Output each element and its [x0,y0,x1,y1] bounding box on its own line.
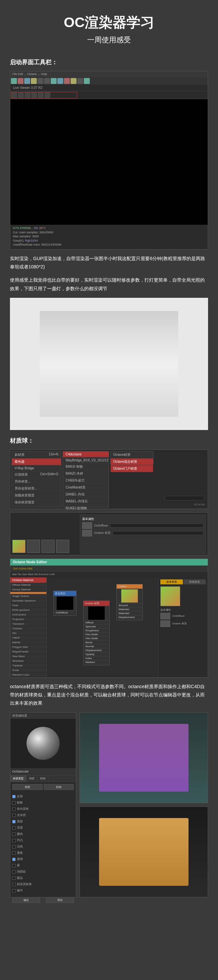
menu-item[interactable]: BANJI-智能 [63,463,109,470]
menu-item[interactable]: DANEL-丹倪 [63,491,109,498]
sidebar-item[interactable]: Noise [10,668,46,673]
menu-item[interactable]: Octane材质 [111,452,153,458]
menu-item[interactable]: CHEEN-新艺 [63,477,109,484]
checkbox[interactable] [12,826,16,830]
node-canvas[interactable]: 多边形区 OctDiffuse Octane 材质 Diffuse Specul… [47,578,158,676]
menu-item[interactable]: 保存材质预置 [12,499,61,506]
channel-label[interactable]: 透射 [17,819,23,824]
node-port[interactable]: Bump [85,640,108,644]
channel-label[interactable]: 材质层标签 [17,882,32,886]
node-port[interactable]: Amount [118,603,141,607]
channel-label[interactable]: 反射 [17,794,23,799]
tab[interactable]: 着色材质 [184,579,206,584]
channel-label[interactable]: 凹凸 [17,838,23,843]
checkbox[interactable] [12,858,16,861]
checkbox[interactable] [12,814,16,817]
checkbox[interactable] [12,807,16,811]
menu-item[interactable]: 新材质Ctrl+N [12,452,61,458]
c4d-toolbar[interactable] [10,77,208,84]
sidebar-item[interactable]: Saw Wave [10,654,46,659]
node-port[interactable]: Film Width [85,632,108,636]
node-port[interactable]: Opacity [85,652,108,656]
sidebar-item[interactable]: Checker [10,626,46,631]
checkbox[interactable] [12,851,16,855]
material-thumb-mix[interactable] [12,540,26,553]
toolbar-icon[interactable] [71,78,77,84]
toolbar-icon[interactable] [51,78,57,84]
sidebar-item[interactable]: Sinewave [10,659,46,663]
value-bar[interactable] [110,523,204,528]
value-bar[interactable] [113,531,204,535]
menu-item[interactable]: MABEL-丹理石 [63,498,109,505]
checkbox[interactable] [12,801,16,805]
material-thumb[interactable] [42,540,54,553]
material-thumbnails[interactable] [12,540,69,553]
checkbox[interactable] [12,833,16,836]
timeline-slider[interactable] [165,496,204,500]
btn[interactable]: 精度 [12,784,43,790]
toolbar-icon[interactable] [24,78,30,84]
channel-label[interactable]: 法线 [17,845,23,849]
toolbar-icon[interactable] [84,78,90,84]
checkbox[interactable] [12,864,16,867]
sidebar-item[interactable]: Dirt [10,631,46,636]
menu-item[interactable]: V-Ray Bridge [12,465,61,471]
menu-item[interactable]: 出现材质Ctrl+Shift+O [12,471,61,478]
sidebar-item[interactable]: Marble [10,640,46,645]
node-port[interactable]: Normal [85,644,108,648]
channel-label[interactable]: 透明 [17,857,23,861]
channel-label[interactable]: 雾 [17,863,20,868]
node-polygon[interactable]: 多边形区 OctDiffuse [53,591,77,616]
menu-item[interactable]: WayBridge_R18_V3_161212 [63,457,109,463]
toolbar-icon[interactable] [18,78,24,84]
c4d-menubar[interactable]: File Edit ... Octane ... Help [10,72,208,77]
channel-label[interactable]: 各向异性 [17,807,29,811]
toolbar-icon[interactable] [64,78,70,84]
menu-item-c4doctane[interactable]: C4doctane [63,452,109,457]
node-octane-material[interactable]: Octane 材质 Diffuse Specular Roughness Fil… [83,601,110,665]
live-viewer-viewport[interactable] [10,99,208,225]
node-port[interactable]: Material2 [118,611,141,615]
sidebar-item[interactable]: RdgedFractal [10,649,46,654]
material-name[interactable]: OctSpecular [10,768,76,775]
node-port[interactable]: Medium [85,660,108,664]
node-sidebar[interactable]: Octane Material Diffuse Material Glossy … [10,578,47,676]
sidebar-item[interactable]: Projection [10,617,46,622]
swatch[interactable] [160,613,170,619]
menu-item-shader[interactable]: 着色器 [12,458,61,465]
sidebar-item[interactable]: Float [10,603,46,608]
node-port[interactable]: OctDiffuse [54,611,75,614]
channel-label[interactable]: 圆边 [17,876,23,880]
menu-item[interactable]: 另存材质... [12,478,61,485]
channel-label[interactable]: 宽度 [17,826,23,830]
sidebar-item[interactable]: Polygon Side [10,645,46,649]
checkbox[interactable] [12,820,16,823]
swatch[interactable] [160,620,170,627]
material-sphere-preview[interactable] [10,719,76,768]
menu-item[interactable]: BANZI-木材 [63,470,109,477]
toolbar-icon[interactable] [37,78,43,84]
sidebar-item[interactable]: Image Texture [10,594,46,598]
channel-label[interactable]: 伪阴影 [17,870,26,874]
menu-item[interactable]: 加载材质预置 [12,492,61,499]
channel-label[interactable]: 光泽层 [17,813,26,818]
swatch[interactable] [82,530,92,536]
sidebar-item[interactable]: Glossy Material [10,587,46,592]
toolbar-icon[interactable] [57,78,63,84]
channel-label[interactable]: 颜色 [17,832,23,836]
sidebar-item[interactable]: Random Color [10,673,46,676]
node-editor-toolbar[interactable]: Get Active Mat [10,566,208,572]
checkbox[interactable] [12,795,16,798]
menu-column-c[interactable]: Octane材质 Octane混合材质 Octane门户材质 [110,451,153,465]
checkbox[interactable] [12,889,16,892]
tab[interactable]: 基本材质 [160,579,183,584]
channel-label[interactable]: 置换 [17,851,23,855]
swatch[interactable] [82,522,92,529]
sidebar-item[interactable]: Falloff [10,636,46,640]
help-button[interactable]: 帮助 [46,897,74,903]
tab[interactable]: 材质类型 [10,775,27,782]
tab[interactable]: 精度 [27,775,37,782]
editor-tabs[interactable]: 材质类型 精度 模糊 [10,775,76,782]
node-editor-menubar[interactable]: Mat Tex Gen Med Oth Emi Env C4D [10,572,208,578]
menu-item-portal[interactable]: Octane门户材质 [111,465,153,473]
